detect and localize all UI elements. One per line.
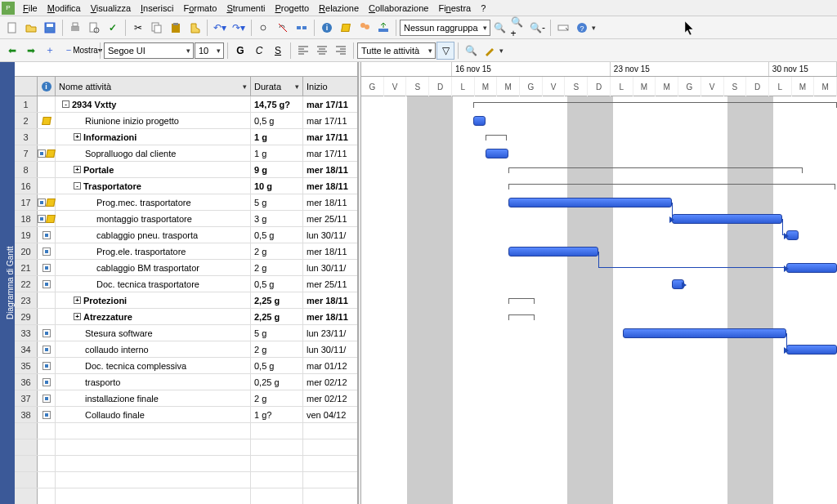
cell-duration[interactable]: 1 g — [251, 145, 303, 161]
expand-icon[interactable]: + — [74, 166, 81, 173]
cell-name[interactable]: Prog.mec. trasportatore — [56, 194, 251, 210]
cell-start[interactable]: mer 18/11 — [303, 178, 357, 194]
gantt-bar[interactable] — [786, 345, 837, 355]
task-row[interactable]: 22Doc. tecnica trasportatore0,5 gmer 25/… — [15, 276, 357, 292]
cell-name[interactable]: Sopralluogo dal cliente — [56, 145, 251, 161]
cell-start[interactable]: mer 02/12 — [303, 390, 357, 406]
expand-icon[interactable]: + — [74, 133, 81, 140]
row-header[interactable]: 38 — [15, 407, 38, 422]
chevron-down-icon[interactable]: ▾ — [243, 83, 247, 91]
task-row-empty[interactable] — [15, 439, 357, 456]
zoom-in-icon[interactable]: 🔍+ — [510, 19, 528, 37]
cell-duration[interactable]: 2,25 g — [251, 309, 303, 324]
collapse-icon[interactable]: - — [62, 100, 69, 108]
menu-inserisci[interactable]: Inserisci — [136, 2, 178, 15]
menu-progetto[interactable]: Progetto — [270, 2, 314, 15]
cell-duration[interactable]: 2 g — [251, 260, 303, 275]
collapse-icon[interactable]: - — [74, 182, 81, 190]
cell-duration[interactable]: 0,25 g — [251, 374, 303, 390]
open-icon[interactable] — [22, 19, 40, 37]
row-header[interactable]: 16 — [15, 178, 38, 194]
gantt-bar[interactable] — [486, 149, 508, 158]
col-start[interactable]: Inizio — [303, 77, 357, 96]
cell-start[interactable]: mer 18/11 — [303, 194, 357, 210]
cell-start[interactable]: mer 02/12 — [303, 374, 357, 390]
task-row[interactable]: 7Sopralluogo dal cliente1 gmar 17/11 — [15, 145, 357, 162]
cell-start[interactable]: lun 30/11/ — [303, 260, 357, 275]
gantt-summary-bar[interactable] — [508, 298, 535, 303]
note-icon[interactable] — [337, 19, 355, 37]
cell-start[interactable]: ven 04/12 — [303, 407, 357, 422]
cell-start[interactable]: lun 30/11/ — [303, 227, 357, 243]
cell-duration[interactable]: 0,5 g — [251, 113, 303, 128]
cell-name[interactable]: +Portale — [56, 162, 251, 177]
task-row[interactable]: 20Prog.ele. trasportatore2 gmer 18/11 — [15, 243, 357, 260]
copy-icon[interactable] — [148, 19, 166, 37]
task-row[interactable]: 19cablaggio pneu. trasporta0,5 glun 30/1… — [15, 227, 357, 243]
menu-modifica[interactable]: Modifica — [43, 2, 86, 15]
expand-icon[interactable]: + — [74, 313, 81, 320]
cell-duration[interactable]: 10 g — [251, 178, 303, 194]
unlink-icon[interactable] — [274, 19, 292, 37]
cell-start[interactable]: mar 17/11 — [303, 145, 357, 161]
task-row[interactable]: 18montaggio trasportatore3 gmer 25/11 — [15, 211, 357, 227]
cell-duration[interactable]: 0,5 g — [251, 276, 303, 292]
cell-name[interactable]: +Protezioni — [56, 292, 251, 308]
col-indicators[interactable]: i — [38, 77, 56, 96]
cell-name[interactable]: +Informazioni — [56, 129, 251, 145]
gantt-summary-bar[interactable] — [508, 184, 835, 189]
col-name[interactable]: Nome attività▾ — [56, 77, 251, 96]
gantt-summary-bar[interactable] — [508, 167, 803, 172]
row-header[interactable]: 18 — [15, 211, 38, 226]
menu-[interactable]: ? — [476, 2, 490, 15]
fontsize-combo[interactable]: 10 — [195, 42, 224, 59]
cell-start[interactable]: mar 17/11 — [303, 129, 357, 145]
goto-task-icon[interactable] — [554, 19, 572, 37]
cell-name[interactable]: -Trasportatore — [56, 178, 251, 194]
undo-icon[interactable]: ↶▾ — [211, 19, 229, 37]
split-icon[interactable] — [293, 19, 311, 37]
task-row[interactable]: 34collaudo interno2 glun 30/11/ — [15, 341, 357, 358]
gantt-bar[interactable] — [623, 328, 786, 338]
cell-start[interactable]: mer 25/11 — [303, 276, 357, 292]
spell-icon[interactable]: ✓ — [104, 19, 122, 37]
cell-duration[interactable]: 0,5 g — [251, 358, 303, 373]
gantt-bar[interactable] — [786, 263, 837, 273]
task-row[interactable]: 21cablaggio BM trasportator2 glun 30/11/ — [15, 260, 357, 276]
underline-icon[interactable]: S — [269, 42, 287, 60]
cell-start[interactable]: mar 01/12 — [303, 358, 357, 373]
row-header[interactable]: 3 — [15, 129, 38, 145]
expand-icon[interactable]: + — [74, 297, 81, 304]
menu-formato[interactable]: Formato — [178, 2, 222, 15]
view-tab-gantt[interactable]: Diagramma di Gantt — [0, 62, 15, 504]
row-header[interactable]: 20 — [15, 243, 38, 259]
cell-duration[interactable]: 0,5 g — [251, 227, 303, 243]
info-icon[interactable]: i — [318, 19, 336, 37]
row-header[interactable]: 23 — [15, 292, 38, 308]
zoom-fit-icon[interactable]: 🔍 — [491, 19, 509, 37]
cell-start[interactable]: mar 17/11 — [303, 96, 357, 112]
assign-icon[interactable] — [356, 19, 374, 37]
publish-icon[interactable] — [374, 19, 392, 37]
task-row-empty[interactable] — [15, 488, 357, 504]
new-icon[interactable] — [3, 19, 21, 37]
menu-collaborazione[interactable]: Collaborazione — [364, 2, 433, 15]
format-painter-icon[interactable] — [186, 19, 204, 37]
menu-finestra[interactable]: Finestra — [433, 2, 476, 15]
cell-duration[interactable]: 2 g — [251, 243, 303, 259]
gantt-summary-bar[interactable] — [508, 314, 535, 319]
cell-name[interactable]: installazione finale — [56, 390, 251, 406]
print-icon[interactable] — [66, 19, 84, 37]
row-header[interactable]: 2 — [15, 113, 38, 128]
cell-name[interactable]: collaudo interno — [56, 341, 251, 357]
row-header[interactable]: 17 — [15, 194, 38, 210]
task-row-empty[interactable] — [15, 456, 357, 472]
cell-duration[interactable]: 2 g — [251, 390, 303, 406]
cell-duration[interactable]: 5 g — [251, 325, 303, 341]
task-row[interactable]: 17Prog.mec. trasportatore5 gmer 18/11 — [15, 194, 357, 211]
row-header[interactable]: 35 — [15, 358, 38, 373]
row-header[interactable]: 21 — [15, 260, 38, 275]
indent-arrow-icon[interactable]: ➡ — [22, 42, 40, 60]
chevron-down-icon[interactable]: ▾ — [295, 83, 299, 91]
row-header[interactable]: 7 — [15, 145, 38, 161]
